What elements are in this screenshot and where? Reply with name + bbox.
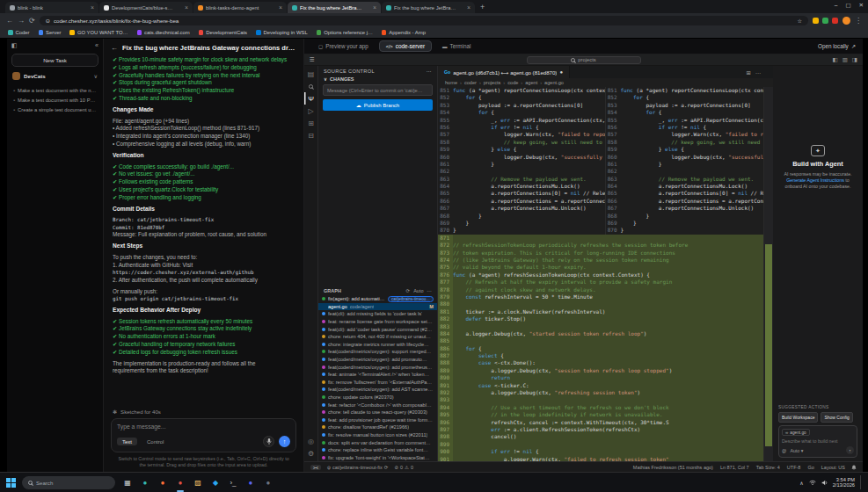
browser-tab[interactable]: DevelopmentCats/blue-s… × xyxy=(99,2,193,13)
branch-status[interactable]: ψ cat/jetbrains-timeout-fix ⟳ xyxy=(327,465,388,470)
chrome-icon[interactable]: ● xyxy=(173,475,187,489)
diff-added-block[interactable]: 871872// refreshSessionTokenLoop periodi… xyxy=(438,235,773,461)
task-view-icon[interactable]: ▦ xyxy=(120,475,135,489)
commit-row[interactable]: chore: return 404, not 400 if missing or… xyxy=(318,333,437,341)
extension-icon[interactable] xyxy=(813,18,819,24)
more-actions-icon[interactable]: ⋯ xyxy=(427,69,432,74)
agent-send-button[interactable]: ↑ xyxy=(846,446,854,454)
commit-row[interactable]: fix: remove 'fullscreen' from '<External… xyxy=(318,378,437,386)
profile-avatar[interactable] xyxy=(842,17,850,25)
workspace-selector[interactable]: DevCats ∨ xyxy=(11,71,98,81)
commit-row[interactable]: feat(coderd/metrics/oxygen): add prometh… xyxy=(318,363,437,371)
refresh-icon[interactable]: ⟳ xyxy=(406,288,411,293)
bookmark-item[interactable]: DevelopmentCats xyxy=(199,30,247,35)
browser-tab[interactable]: Fix the bug where JetBra… × xyxy=(288,2,381,13)
dirty-indicator-icon[interactable]: ● xyxy=(559,69,563,75)
sidebar-toggle-icon[interactable]: ◧ xyxy=(11,42,18,49)
more-actions-icon[interactable]: ⋯ xyxy=(427,288,433,293)
collapse-sidebar-icon[interactable]: « xyxy=(95,42,98,49)
status-item[interactable]: Mathias Fredriksson (51 months ago) xyxy=(633,465,713,470)
mode-control-button[interactable]: Control xyxy=(142,438,169,445)
auto-label[interactable]: Auto xyxy=(413,288,423,293)
split-editor-icon[interactable]: ⊞ xyxy=(746,69,750,76)
volume-icon[interactable] xyxy=(821,480,828,486)
diff-code-area[interactable]: 851func (a *agent) reportConnectionsLoop… xyxy=(438,87,773,461)
breadcrumb-item[interactable]: coder xyxy=(464,80,477,85)
forward-icon[interactable]: → xyxy=(18,17,25,25)
breadcrumb-item[interactable]: agent xyxy=(525,80,537,85)
taskbar-search[interactable]: Search xyxy=(22,476,115,489)
minimap[interactable] xyxy=(763,87,773,461)
mic-button[interactable] xyxy=(263,436,274,447)
tab-close-icon[interactable]: × xyxy=(373,4,376,11)
notifications-bell-icon[interactable] xyxy=(851,465,857,470)
commit-row[interactable]: feat(cli): add 'coder task pause' comman… xyxy=(318,325,437,333)
suggested-action-button[interactable]: Build Workspace xyxy=(778,412,818,423)
editor-tab[interactable]: Go agent.go (d6d7cb1) ⟷ agent.go (81ed87… xyxy=(438,66,570,78)
toggle-secondary-sidebar-icon[interactable]: ◨ xyxy=(852,56,857,63)
commit-row[interactable]: fix(agent): add automatic session token … xyxy=(318,295,437,303)
commit-row[interactable]: chore: tell claude to use react-query (#… xyxy=(318,409,437,416)
window-close-icon[interactable]: ✕ xyxy=(859,2,864,9)
browser-tab[interactable]: blink-tasks-demo-agent × xyxy=(193,2,287,13)
vscode-icon[interactable]: ◆ xyxy=(208,475,222,489)
commit-row[interactable]: chore: disallow 'forwardRef' (#21966) xyxy=(318,423,437,431)
network-icon[interactable] xyxy=(809,480,816,485)
mention-icon[interactable]: @ xyxy=(782,448,786,453)
status-item[interactable]: Layout: US xyxy=(821,465,845,470)
status-item[interactable]: Go xyxy=(807,465,813,470)
workspace-tab-code-server[interactable]: </> code-server xyxy=(379,40,432,52)
commit-row[interactable]: feat: refactor '<Combobox />' with compo… xyxy=(318,401,437,409)
commit-row[interactable]: fix: resolve manual button icon sizes (#… xyxy=(318,431,437,439)
firefox-icon[interactable]: ● xyxy=(156,475,170,489)
obs-icon[interactable]: ● xyxy=(261,475,275,489)
commit-row[interactable]: feat(coderd/metrics/oxygen): add AST sca… xyxy=(318,386,437,394)
commit-row[interactable]: chore: integrate metrics runner with lif… xyxy=(318,341,437,349)
new-task-button[interactable]: New Task xyxy=(11,54,98,67)
diff-modified-pane[interactable]: 851func (a *agent) reportConnectionsLoop… xyxy=(606,87,774,235)
search-icon[interactable] xyxy=(304,80,318,92)
bookmark-item[interactable]: Server xyxy=(39,30,62,35)
breadcrumb-item[interactable]: home xyxy=(445,80,457,85)
commit-row[interactable]: chore: replace inline with Geist variabl… xyxy=(318,446,437,454)
bookmark-item[interactable]: Appendix - Amp xyxy=(382,30,426,35)
tab-close-icon[interactable]: × xyxy=(467,4,470,11)
run-debug-icon[interactable]: ▷ xyxy=(304,105,318,117)
extension-icon[interactable] xyxy=(832,18,838,24)
new-tab-button[interactable]: + xyxy=(480,3,485,11)
message-composer[interactable]: Type a message... Text Control ↑ xyxy=(111,418,296,452)
commit-row[interactable]: feat(coderd/metrics/oxygen): add promaut… xyxy=(318,356,437,364)
bookmark-item[interactable]: Coder xyxy=(8,30,30,35)
tab-close-icon[interactable]: × xyxy=(91,4,94,11)
breadcrumb-item[interactable]: code xyxy=(507,80,518,85)
commit-row[interactable]: fix: upgrade 'font-weight' in '<Workspac… xyxy=(318,453,437,461)
model-picker[interactable]: Auto ▾ xyxy=(790,448,803,453)
taskbar-clock[interactable]: 3:54 PM 2/13/2026 xyxy=(833,477,855,488)
tab-close-icon[interactable]: × xyxy=(185,4,188,11)
settings-icon[interactable]: ⚙ xyxy=(304,447,318,459)
commit-row[interactable]: agent.go code/agent M xyxy=(318,303,437,311)
chevron-down-icon[interactable]: ∨ xyxy=(324,76,327,82)
context-chip[interactable]: ∞ agent.go xyxy=(782,429,810,436)
tab-close-icon[interactable]: × xyxy=(279,4,282,11)
extensions-icon[interactable]: ⊞ xyxy=(304,117,318,129)
extension-icon[interactable] xyxy=(822,18,828,24)
sidebar-task[interactable]: ▪ Make a test document with the nega… xyxy=(11,85,98,95)
commit-row[interactable]: chore: update colors (#20370) xyxy=(318,394,437,402)
workspace-tab-preview-your-app[interactable]: ▢ Preview your app xyxy=(311,40,376,52)
toggle-sidebar-icon[interactable]: ◧ xyxy=(833,56,838,63)
editor-more-icon[interactable]: ⋯ xyxy=(755,69,761,76)
command-center[interactable]: projects xyxy=(527,56,641,64)
generate-instructions-link[interactable]: Generate Agent Instructions xyxy=(786,177,844,183)
source-control-icon[interactable]: Ψ xyxy=(304,92,318,105)
sidebar-task[interactable]: ▪ Make a test document with 10 Poke… xyxy=(11,95,98,105)
publish-branch-button[interactable]: ☁ Publish Branch xyxy=(323,99,433,111)
sidebar-task[interactable]: ▪ Create a simple test document usin… xyxy=(11,105,98,114)
hidden-icons-chevron[interactable]: ∧ xyxy=(799,480,803,486)
problems-status[interactable]: ⊘ 0 ⚠ 0 xyxy=(394,465,413,470)
breadcrumb-item[interactable]: projects xyxy=(484,80,501,85)
bookmark-star-icon[interactable]: ☆ xyxy=(797,18,802,24)
remote-indicator[interactable]: >< xyxy=(310,465,321,470)
show-desktop-button[interactable] xyxy=(860,475,863,489)
edge-icon[interactable]: ● xyxy=(138,475,152,489)
